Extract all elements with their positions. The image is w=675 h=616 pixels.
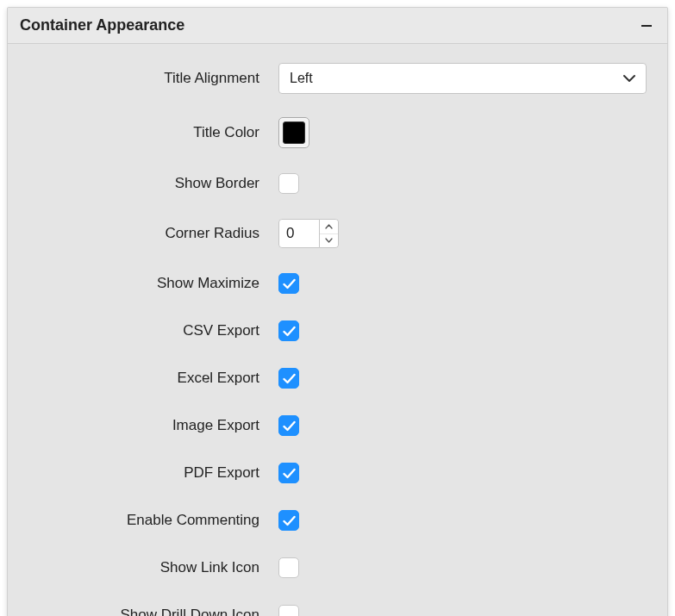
check-icon bbox=[283, 515, 296, 526]
title-alignment-select[interactable]: Left bbox=[278, 63, 647, 94]
enable-commenting-checkbox[interactable] bbox=[278, 510, 299, 531]
label-title-color: Title Color bbox=[28, 124, 278, 141]
container-appearance-panel: Container Appearance Title Alignment Lef… bbox=[7, 7, 668, 616]
label-corner-radius: Corner Radius bbox=[28, 225, 278, 242]
check-icon bbox=[283, 326, 296, 337]
panel-title: Container Appearance bbox=[20, 16, 184, 34]
label-show-maximize: Show Maximize bbox=[28, 275, 278, 292]
row-corner-radius: Corner Radius 0 bbox=[28, 219, 647, 248]
check-icon bbox=[283, 420, 296, 432]
pdf-export-checkbox[interactable] bbox=[278, 463, 299, 483]
label-image-export: Image Export bbox=[28, 417, 278, 434]
show-link-icon-checkbox[interactable] bbox=[278, 557, 299, 578]
corner-radius-input[interactable]: 0 bbox=[278, 219, 320, 248]
excel-export-checkbox[interactable] bbox=[278, 368, 299, 389]
row-show-maximize: Show Maximize bbox=[28, 271, 647, 296]
corner-radius-stepper: 0 bbox=[278, 219, 339, 248]
label-show-drill-down-icon: Show Drill Down Icon bbox=[28, 607, 278, 616]
image-export-checkbox[interactable] bbox=[278, 415, 299, 436]
check-icon bbox=[283, 373, 296, 384]
show-border-checkbox[interactable] bbox=[278, 173, 299, 194]
panel-header: Container Appearance bbox=[8, 8, 667, 44]
row-show-link-icon: Show Link Icon bbox=[28, 556, 647, 580]
label-pdf-export: PDF Export bbox=[28, 464, 278, 482]
chevron-up-icon bbox=[325, 224, 333, 229]
title-alignment-value: Left bbox=[290, 71, 313, 86]
row-show-drill-down-icon: Show Drill Down Icon bbox=[28, 603, 647, 616]
label-excel-export: Excel Export bbox=[28, 370, 278, 387]
row-enable-commenting: Enable Commenting bbox=[28, 508, 647, 532]
csv-export-checkbox[interactable] bbox=[278, 320, 299, 341]
row-show-border: Show Border bbox=[28, 171, 647, 196]
label-title-alignment: Title Alignment bbox=[28, 70, 278, 87]
chevron-down-icon bbox=[623, 74, 635, 83]
row-title-alignment: Title Alignment Left bbox=[28, 63, 647, 94]
svg-rect-0 bbox=[641, 25, 652, 27]
title-color-picker[interactable] bbox=[278, 117, 309, 148]
show-maximize-checkbox[interactable] bbox=[278, 273, 299, 294]
label-show-link-icon: Show Link Icon bbox=[28, 559, 278, 576]
corner-radius-decrement[interactable] bbox=[320, 234, 338, 248]
row-pdf-export: PDF Export bbox=[28, 461, 647, 485]
row-csv-export: CSV Export bbox=[28, 319, 647, 343]
corner-radius-increment[interactable] bbox=[320, 220, 338, 234]
check-icon bbox=[283, 468, 296, 479]
check-icon bbox=[283, 278, 296, 289]
label-show-border: Show Border bbox=[28, 175, 278, 192]
show-drill-down-icon-checkbox[interactable] bbox=[278, 605, 299, 616]
row-image-export: Image Export bbox=[28, 414, 647, 438]
panel-body: Title Alignment Left Title Color bbox=[8, 44, 667, 616]
label-enable-commenting: Enable Commenting bbox=[28, 512, 278, 529]
collapse-button[interactable] bbox=[638, 17, 655, 34]
minus-icon bbox=[641, 21, 652, 31]
row-excel-export: Excel Export bbox=[28, 366, 647, 390]
label-csv-export: CSV Export bbox=[28, 322, 278, 339]
title-color-swatch bbox=[283, 121, 305, 144]
chevron-down-icon bbox=[325, 238, 333, 243]
row-title-color: Title Color bbox=[28, 117, 647, 148]
